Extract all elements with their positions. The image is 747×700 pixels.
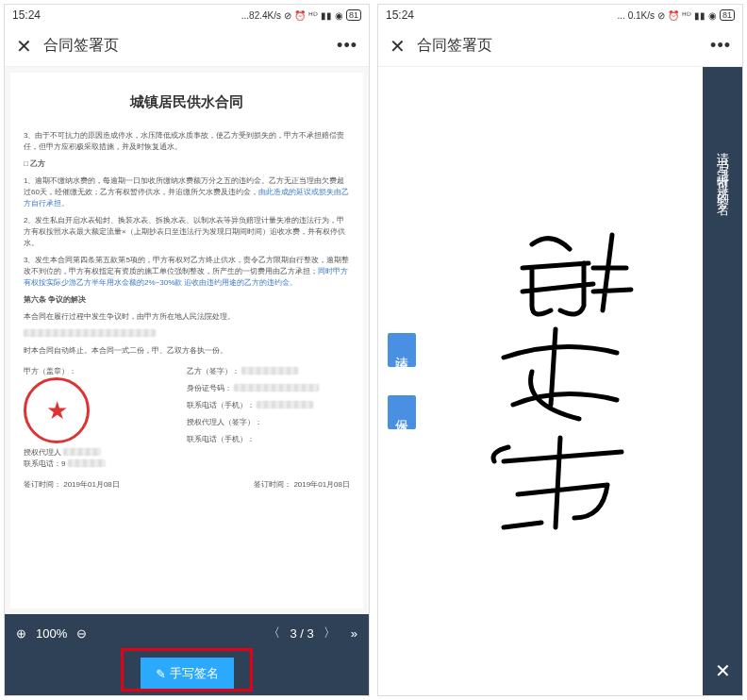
net-speed: ...82.4K/s <box>241 10 281 21</box>
doc-para: 本合同在履行过程中发生争议时，由甲方所在地人民法院处理。 <box>24 311 350 323</box>
page-indicator: 3 / 3 <box>290 626 313 641</box>
zoom-in-icon[interactable]: ⊕ <box>16 626 26 641</box>
page-title: 合同签署页 <box>43 36 325 56</box>
doc-para: 2、发生私自开启水表铅封、换装水表、拆换水表、以制水表等异负赔理计量失准的违法行… <box>24 215 350 249</box>
close-icon[interactable]: ✕ <box>390 35 406 58</box>
doc-para: 3、发生本合同第四条第五款第5项的，甲方有权对乙方终止供水，责令乙方限期自行整改… <box>24 255 350 289</box>
status-bar: 15:24 ... 0.1K/s ⊘ ⏰ ᴴᴰ ▮▮ ◉ 81 <box>378 5 742 25</box>
doc-section-label: □ 乙方 <box>24 158 350 170</box>
signature-stroke <box>466 216 655 546</box>
battery-icon: 81 <box>346 9 361 21</box>
page-title: 合同签署页 <box>417 36 699 56</box>
alarm-off-icon: ⊘ <box>284 10 291 21</box>
doc-para: 3、由于不可抗力的原因造成停水，水压降低或水质事故，使乙方受到损失的，甲方不承担… <box>24 130 350 153</box>
signal-icon: ▮▮ <box>694 10 706 21</box>
status-time: 15:24 <box>12 8 41 22</box>
hd-icon: ᴴᴰ <box>682 10 691 21</box>
signature-side-panel: 请书写清晰可辨的签名 ✕ <box>703 67 742 695</box>
status-indicators: ... 0.1K/s ⊘ ⏰ ᴴᴰ ▮▮ ◉ 81 <box>618 9 735 21</box>
alarm-off-icon: ⊘ <box>657 10 665 21</box>
close-icon[interactable]: ✕ <box>16 35 32 58</box>
handwrite-sign-button[interactable]: ✎ 手写签名 <box>141 658 234 690</box>
sign-button-label: 手写签名 <box>170 665 219 682</box>
save-button[interactable]: 保存 <box>388 395 416 429</box>
signature-hint: 请书写清晰可辨的签名 <box>714 142 731 646</box>
phone-right: 15:24 ... 0.1K/s ⊘ ⏰ ᴴᴰ ▮▮ ◉ 81 ✕ 合同签署页 … <box>377 4 743 696</box>
viewer-toolbar: ⊕ 100% ⊖ 〈 3 / 3 〉 » <box>5 614 369 652</box>
zoom-level: 100% <box>36 626 67 641</box>
wifi-icon: ◉ <box>335 10 343 21</box>
prev-page-icon[interactable]: 〈 <box>268 625 280 642</box>
more-icon[interactable]: ••• <box>710 36 731 56</box>
status-time: 15:24 <box>386 8 414 22</box>
signature-canvas[interactable]: 清除 保存 <box>378 67 742 695</box>
net-speed: ... 0.1K/s <box>618 10 655 21</box>
wifi-icon: ◉ <box>708 10 717 21</box>
contract-title: 城镇居民供水合同 <box>24 92 350 113</box>
next-page-icon[interactable]: 〉 <box>324 625 336 642</box>
expand-icon[interactable]: » <box>351 626 357 641</box>
phone-left: 15:24 ...82.4K/s ⊘ ⏰ ᴴᴰ ▮▮ ◉ 81 ✕ 合同签署页 … <box>4 4 370 696</box>
sign-button-row: ✎ 手写签名 <box>5 652 369 695</box>
pencil-icon: ✎ <box>156 667 166 681</box>
alarm-icon: ⏰ <box>294 10 306 21</box>
status-bar: 15:24 ...82.4K/s ⊘ ⏰ ᴴᴰ ▮▮ ◉ 81 <box>5 5 369 25</box>
signature-block: 甲方（盖章）： 授权代理人 联系电话：9 乙方（签字）： 身份证号码： 联系电话… <box>24 366 350 470</box>
signal-icon: ▮▮ <box>321 10 332 21</box>
hd-icon: ᴴᴰ <box>308 10 318 21</box>
doc-para <box>24 328 350 340</box>
doc-article: 第六条 争议的解决 <box>24 294 350 306</box>
status-indicators: ...82.4K/s ⊘ ⏰ ᴴᴰ ▮▮ ◉ 81 <box>241 9 361 21</box>
doc-para: 时本合同自动终止。本合同一式二份，甲、乙双方各执一份。 <box>24 345 350 357</box>
clear-button[interactable]: 清除 <box>388 333 416 367</box>
alarm-icon: ⏰ <box>668 10 679 21</box>
app-header: ✕ 合同签署页 ••• <box>5 25 369 67</box>
app-header: ✕ 合同签署页 ••• <box>378 25 742 67</box>
document-page: 城镇居民供水合同 3、由于不可抗力的原因造成停水，水压降低或水质事故，使乙方受到… <box>10 73 363 608</box>
sign-dates: 签订时间： 2019年01月08日 签订时间： 2019年01月08日 <box>24 479 350 491</box>
more-icon[interactable]: ••• <box>337 36 357 56</box>
doc-para: 1、逾期不缴纳水费的，每逾期一日加收所缴纳水费额万分之五的违约金。乙方无正当理由… <box>24 175 350 209</box>
close-panel-icon[interactable]: ✕ <box>715 646 731 695</box>
zoom-out-icon[interactable]: ⊖ <box>76 626 87 641</box>
red-seal-icon <box>24 377 90 443</box>
document-viewer[interactable]: 城镇居民供水合同 3、由于不可抗力的原因造成停水，水压降低或水质事故，使乙方受到… <box>5 67 369 614</box>
battery-icon: 81 <box>720 9 735 21</box>
